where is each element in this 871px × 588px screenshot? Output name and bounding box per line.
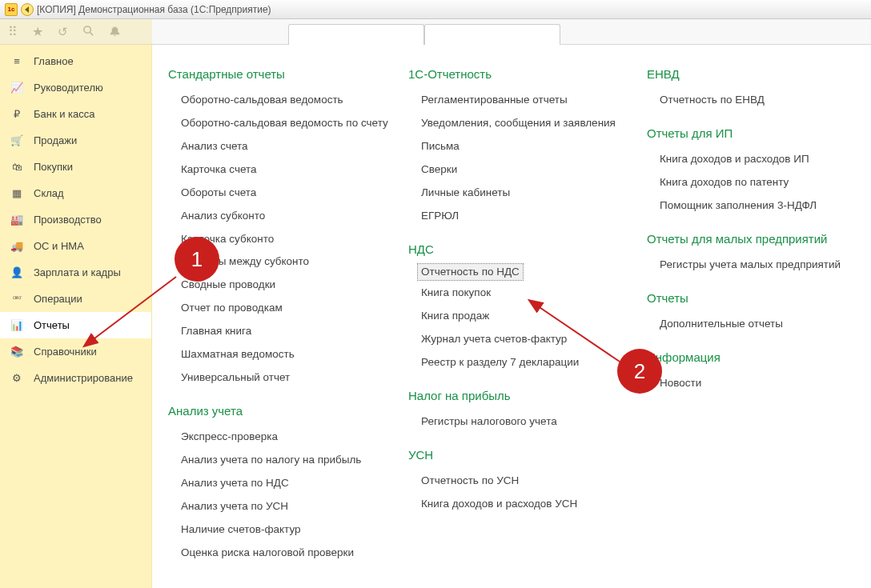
sidebar-item-10[interactable]: 📊Отчеты xyxy=(0,312,151,338)
report-link[interactable]: Книга покупок xyxy=(408,282,647,305)
report-link[interactable]: Наличие счетов-фактур xyxy=(168,518,408,542)
report-link[interactable]: Письма xyxy=(408,135,647,158)
section-title: Отчеты для малых предприятий xyxy=(647,232,863,246)
report-link[interactable]: Анализ счета xyxy=(168,135,408,158)
sidebar-item-4[interactable]: 🛍Покупки xyxy=(0,154,151,180)
report-link[interactable]: Книга доходов и расходов УСН xyxy=(408,493,647,516)
section-title: Отчеты xyxy=(647,291,863,305)
truck-icon: 🚚 xyxy=(10,240,24,252)
section-title: НДС xyxy=(408,242,647,256)
tab-empty-1[interactable] xyxy=(288,24,424,45)
search-icon[interactable] xyxy=(82,25,94,39)
menu-icon: ≡ xyxy=(10,55,24,67)
report-link[interactable]: Главная книга xyxy=(168,320,408,343)
boxes-icon: ▦ xyxy=(10,187,24,199)
grid-icon[interactable]: ⠿ xyxy=(8,24,18,39)
chart-icon: 📊 xyxy=(10,319,24,331)
report-link[interactable]: Регламентированные отчеты xyxy=(408,89,647,112)
sidebar-item-7[interactable]: 🚚ОС и НМА xyxy=(0,233,151,259)
sidebar-item-label: Склад xyxy=(34,187,64,199)
svg-point-0 xyxy=(84,26,90,32)
window-title: [КОПИЯ] Демонстрационная база (1С:Предпр… xyxy=(37,4,271,15)
report-link[interactable]: Экспресс-проверка xyxy=(168,426,408,449)
report-link[interactable]: Регистры налогового учета xyxy=(408,410,647,434)
report-link[interactable]: Обороты счета xyxy=(168,182,408,205)
report-link[interactable]: Шахматная ведомость xyxy=(168,343,408,366)
sidebar-item-label: ОС и НМА xyxy=(34,240,84,252)
section-title: УСН xyxy=(408,448,647,462)
section-title: Анализ учета xyxy=(168,404,408,418)
back-icon[interactable] xyxy=(21,3,34,16)
sidebar-item-2[interactable]: ₽Банк и касса xyxy=(0,101,151,127)
sidebar-item-label: Продажи xyxy=(34,134,77,146)
report-link[interactable]: Карточка счета xyxy=(168,158,408,182)
report-link[interactable]: Универсальный отчет xyxy=(168,366,408,390)
sidebar-item-label: Операции xyxy=(34,293,82,305)
report-link[interactable]: Оборотно-сальдовая ведомость xyxy=(168,89,408,112)
annotation-circle-2: 2 xyxy=(617,349,662,394)
section-title: Стандартные отчеты xyxy=(168,67,408,81)
star-icon[interactable]: ★ xyxy=(32,24,43,39)
report-link[interactable]: Анализ учета по УСН xyxy=(168,495,408,518)
content-area: Стандартные отчетыОборотно-сальдовая вед… xyxy=(152,45,871,588)
books-icon: 📚 xyxy=(10,346,24,358)
content-column-1: 1С-ОтчетностьРегламентированные отчетыУв… xyxy=(408,61,647,565)
content-column-2: ЕНВДОтчетность по ЕНВДОтчеты для ИПКнига… xyxy=(647,61,863,565)
report-link[interactable]: Дополнительные отчеты xyxy=(647,313,863,336)
report-link[interactable]: Отчет по проводкам xyxy=(168,297,408,320)
tab-empty-2[interactable] xyxy=(424,24,560,45)
annotation-label-1: 1 xyxy=(191,247,203,272)
sidebar-item-label: Покупки xyxy=(34,161,73,173)
sidebar-item-1[interactable]: 📈Руководителю xyxy=(0,74,151,101)
report-link[interactable]: Реестр к разделу 7 декларации xyxy=(408,351,647,374)
sidebar-item-5[interactable]: ▦Склад xyxy=(0,180,151,206)
sidebar-item-3[interactable]: 🛒Продажи xyxy=(0,127,151,154)
report-link[interactable]: Отчетность по УСН xyxy=(408,470,647,493)
report-link[interactable]: Личные кабинеты xyxy=(408,182,647,205)
report-link[interactable]: Сверки xyxy=(408,158,647,182)
sidebar-item-label: Производство xyxy=(34,214,102,226)
report-link[interactable]: Книга доходов по патенту xyxy=(647,171,863,194)
report-link[interactable]: Отчетность по НДС xyxy=(418,264,523,281)
ruble-icon: ₽ xyxy=(10,108,24,120)
sidebar-item-6[interactable]: 🏭Производство xyxy=(0,206,151,233)
section-title: Налог на прибыль xyxy=(408,389,647,402)
report-link[interactable]: Отчетность по ЕНВД xyxy=(647,89,863,112)
report-link[interactable]: Помощник заполнения 3-НДФЛ xyxy=(647,194,863,218)
report-link[interactable]: Оценка риска налоговой проверки xyxy=(168,542,408,565)
report-link[interactable]: Новости xyxy=(647,372,863,395)
svg-line-1 xyxy=(90,32,93,35)
person-icon: 👤 xyxy=(10,266,24,278)
report-link[interactable]: Журнал учета счетов-фактур xyxy=(408,328,647,351)
history-icon[interactable]: ↺ xyxy=(58,25,68,39)
report-link[interactable]: Книга продаж xyxy=(408,305,647,328)
bell-icon[interactable]: 🔔︎ xyxy=(109,25,121,38)
section-title: Информация xyxy=(647,350,863,364)
report-link[interactable]: Анализ учета по НДС xyxy=(168,472,408,495)
sidebar-item-label: Главное xyxy=(34,55,74,67)
report-link[interactable]: Анализ учета по налогу на прибыль xyxy=(168,449,408,472)
sidebar-item-8[interactable]: 👤Зарплата и кадры xyxy=(0,259,151,286)
content-column-0: Стандартные отчетыОборотно-сальдовая вед… xyxy=(168,61,408,565)
sidebar-item-label: Банк и касса xyxy=(34,108,95,120)
tab-strip xyxy=(152,19,871,45)
factory-icon: 🏭 xyxy=(10,214,24,226)
report-link[interactable]: ЕГРЮЛ xyxy=(408,205,647,228)
report-link[interactable]: Книга доходов и расходов ИП xyxy=(647,148,863,171)
sidebar-item-0[interactable]: ≡Главное xyxy=(0,48,151,74)
report-link[interactable]: Уведомления, сообщения и заявления xyxy=(408,112,647,135)
section-title: Отчеты для ИП xyxy=(647,126,863,140)
sidebar: ⠿ ★ ↺ 🔔︎ ≡Главное📈Руководителю₽Банк и ка… xyxy=(0,19,152,588)
sidebar-item-11[interactable]: 📚Справочники xyxy=(0,338,151,365)
report-link[interactable]: Регистры учета малых предприятий xyxy=(647,254,863,277)
window-titlebar: 1c [КОПИЯ] Демонстрационная база (1С:Пре… xyxy=(0,0,871,19)
sidebar-item-12[interactable]: ⚙Администрирование xyxy=(0,365,151,391)
sidebar-item-9[interactable]: ᴰᵀᴷᵀОперации xyxy=(0,286,151,312)
report-link[interactable]: Оборотно-сальдовая ведомость по счету xyxy=(168,112,408,135)
sidebar-item-label: Руководителю xyxy=(34,82,103,94)
app-1c-icon: 1c xyxy=(5,3,18,16)
dtkt-icon: ᴰᵀᴷᵀ xyxy=(10,295,24,303)
sidebar-item-label: Справочники xyxy=(34,346,97,358)
section-title: ЕНВД xyxy=(647,67,863,81)
report-link[interactable]: Анализ субконто xyxy=(168,205,408,228)
